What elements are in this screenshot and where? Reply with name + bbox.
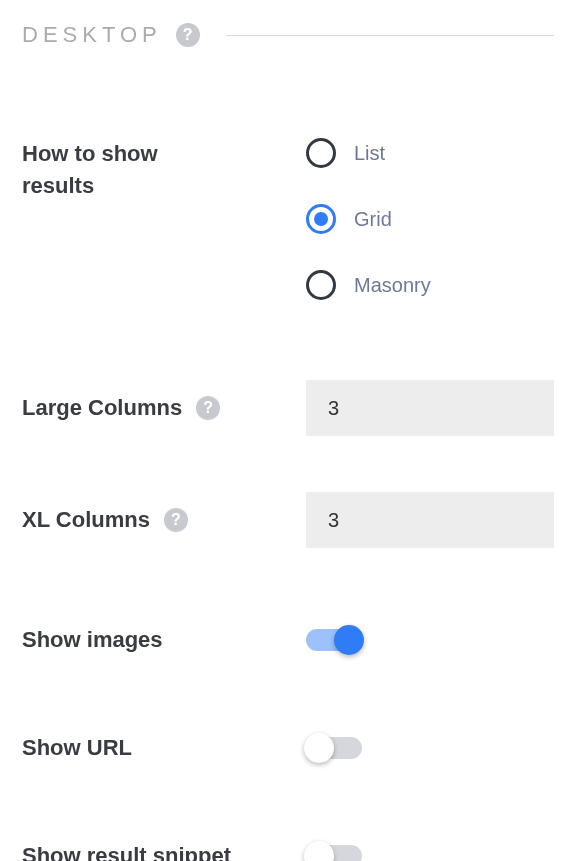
field-label-show-images: Show images (22, 624, 163, 656)
toggle-knob-icon (304, 733, 334, 763)
toggle-knob-icon (334, 625, 364, 655)
radio-label-grid: Grid (354, 208, 392, 231)
radio-circle-icon (306, 270, 336, 300)
help-icon[interactable]: ? (196, 396, 220, 420)
radio-group-layout: List Grid Masonry (306, 138, 554, 300)
radio-label-list: List (354, 142, 385, 165)
field-label-xl-columns: XL Columns (22, 504, 150, 536)
toggle-knob-icon (304, 841, 334, 861)
input-xl-columns[interactable] (306, 492, 554, 548)
field-xl-columns: XL Columns ? (22, 492, 554, 548)
field-show-snippet: Show result snippet (22, 840, 554, 861)
field-show-url: Show URL (22, 732, 554, 764)
field-show-images: Show images (22, 624, 554, 656)
radio-grid[interactable]: Grid (306, 204, 554, 234)
radio-dot-icon (314, 212, 328, 226)
toggle-show-snippet[interactable] (306, 845, 362, 861)
field-label-large-columns: Large Columns (22, 392, 182, 424)
toggle-show-images[interactable] (306, 629, 362, 651)
divider (226, 35, 554, 36)
input-large-columns[interactable] (306, 380, 554, 436)
help-icon[interactable]: ? (176, 23, 200, 47)
field-show-results: How to show results List Grid Masonry (22, 138, 554, 300)
radio-label-masonry: Masonry (354, 274, 431, 297)
section-title: DESKTOP (22, 22, 162, 48)
field-label-show-results: How to show results (22, 138, 202, 202)
radio-list[interactable]: List (306, 138, 554, 168)
field-label-show-url: Show URL (22, 732, 132, 764)
radio-masonry[interactable]: Masonry (306, 270, 554, 300)
field-label-show-snippet: Show result snippet (22, 840, 231, 861)
radio-circle-icon (306, 138, 336, 168)
section-header: DESKTOP ? (22, 22, 554, 48)
toggle-show-url[interactable] (306, 737, 362, 759)
help-icon[interactable]: ? (164, 508, 188, 532)
field-large-columns: Large Columns ? (22, 380, 554, 436)
radio-circle-icon (306, 204, 336, 234)
